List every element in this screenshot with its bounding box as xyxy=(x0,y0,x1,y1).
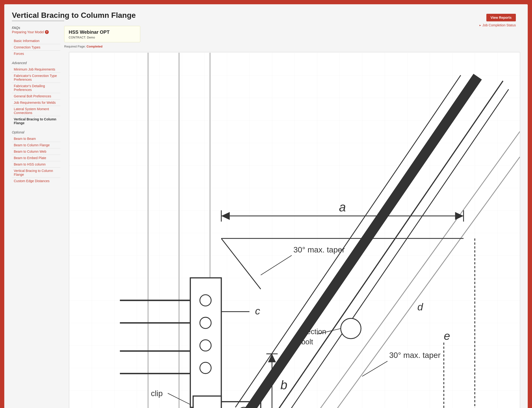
job-contract: CONTRACT: Demo xyxy=(69,36,136,39)
faqs-label: FAQs xyxy=(12,26,60,30)
label-erection-bolt: erection xyxy=(300,327,326,336)
svg-point-15 xyxy=(200,317,211,328)
help-icon[interactable]: ? xyxy=(45,30,49,34)
sidebar-item-minimum-job-requirements[interactable]: Minimum Job Requirements xyxy=(12,66,60,73)
view-reports-button[interactable]: View Reports xyxy=(486,14,516,21)
optional-label: Optional xyxy=(12,130,60,134)
label-d2: d xyxy=(418,301,423,313)
label-c: c xyxy=(255,305,260,317)
label-a: a xyxy=(339,200,346,214)
sidebar-item-custom-edge-distances[interactable]: Custom Edge Distances xyxy=(12,178,60,184)
label-d1: d xyxy=(368,229,374,241)
sidebar-item-fabricators-detailing[interactable]: Fabricator's Detailing Preferences xyxy=(12,83,60,93)
label-e: e xyxy=(444,330,450,342)
job-box: HSS Webinar OPT CONTRACT: Demo xyxy=(64,26,140,42)
sidebar-item-beam-to-column-flange[interactable]: Beam to Column Flange xyxy=(12,142,60,148)
svg-point-42 xyxy=(341,318,361,339)
label-taper2: 30° max. taper xyxy=(389,351,440,360)
sidebar-item-job-requirements-welds[interactable]: Job Requirements for Welds xyxy=(12,100,60,106)
sidebar-item-vertical-bracing-advanced[interactable]: Vertical Bracing to Column Flange xyxy=(12,116,60,126)
sidebar-item-connection-types[interactable]: Connection Types xyxy=(12,44,60,51)
sidebar-item-forces[interactable]: Forces xyxy=(12,51,60,57)
sidebar: FAQs Preparing Your Model ? Basic Inform… xyxy=(12,26,64,408)
sidebar-item-beam-to-beam[interactable]: Beam to Beam xyxy=(12,136,60,142)
label-taper1: 30° max. taper xyxy=(293,245,345,254)
job-completion-link[interactable]: ► Job Completion Status xyxy=(479,23,516,27)
sidebar-item-beam-to-embed-plate[interactable]: Beam to Embed Plate xyxy=(12,155,60,161)
svg-marker-26 xyxy=(193,396,221,408)
title-divider xyxy=(12,21,64,21)
sidebar-item-general-bolt[interactable]: General Bolt Preferences xyxy=(12,93,60,100)
required-page-status: Required Page: Completed xyxy=(64,45,520,48)
sidebar-item-beam-to-column-web[interactable]: Beam to Column Web xyxy=(12,148,60,155)
page-title: Vertical Bracing to Column Flange xyxy=(12,11,520,20)
advanced-links: Minimum Job Requirements Fabricator's Co… xyxy=(12,66,60,126)
label-erection-bolt2: bolt xyxy=(301,338,313,346)
label-b: b xyxy=(280,378,288,392)
svg-point-14 xyxy=(200,295,211,306)
diagram-svg: a b c d d xyxy=(69,52,520,408)
basic-links: Basic Information Connection Types Force… xyxy=(12,38,60,57)
job-name: HSS Webinar OPT xyxy=(69,29,136,35)
content-main: a b c d d xyxy=(64,52,520,408)
diagram-area: a b c d d xyxy=(69,52,520,408)
label-clip: clip xyxy=(151,389,163,398)
job-info-area: HSS Webinar OPT CONTRACT: Demo Required … xyxy=(64,26,520,408)
sidebar-item-basic-information[interactable]: Basic Information xyxy=(12,38,60,44)
preparing-link[interactable]: Preparing Your Model ? xyxy=(12,30,60,34)
optional-links: Beam to Beam Beam to Column Flange Beam … xyxy=(12,136,60,184)
svg-point-17 xyxy=(200,362,211,373)
advanced-label: Advanced xyxy=(12,61,60,65)
sidebar-item-vertical-bracing-optional[interactable]: Vertical Bracing to Column Flange xyxy=(12,168,60,178)
sidebar-item-fabricators-connection-type[interactable]: Fabricator's Connection Type Preferences xyxy=(12,73,60,83)
sidebar-item-lateral-system[interactable]: Lateral System Moment Connections xyxy=(12,106,60,116)
svg-point-16 xyxy=(200,340,211,351)
sidebar-item-beam-to-hss-column[interactable]: Beam to HSS column xyxy=(12,161,60,168)
arrow-icon: ► xyxy=(479,24,481,27)
